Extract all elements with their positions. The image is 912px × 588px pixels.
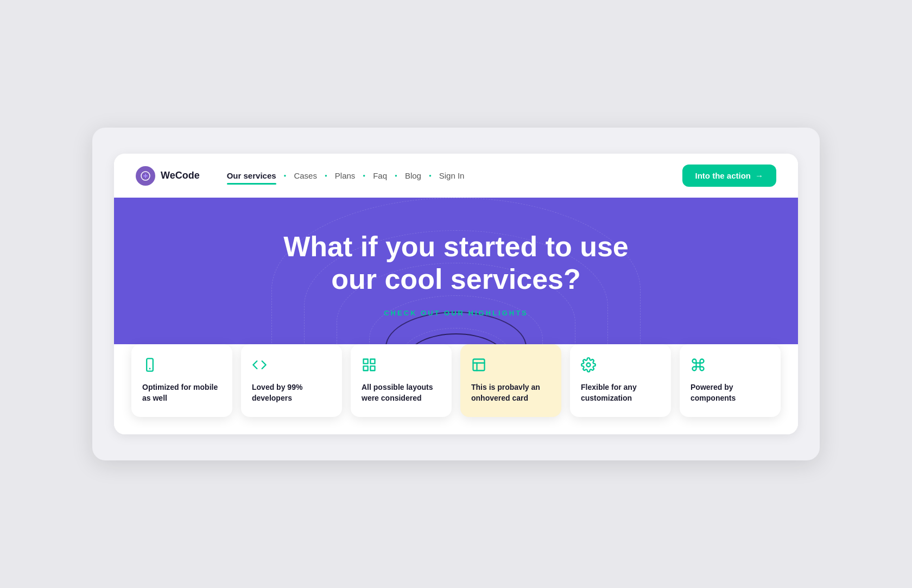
cta-button[interactable]: Into the action → <box>682 165 777 187</box>
nav-link-blog[interactable]: Blog <box>400 167 427 185</box>
nav-links: Our services ● Cases ● Plans ● Faq ● Blo… <box>221 167 682 185</box>
svg-rect-8 <box>473 359 485 371</box>
svg-rect-7 <box>370 366 375 371</box>
gear-icon <box>581 357 660 375</box>
nav-link-cases[interactable]: Cases <box>288 167 322 185</box>
feature-card-cmd[interactable]: Powered by components <box>680 344 781 416</box>
mobile-icon <box>142 357 221 375</box>
nav-dot-3: ● <box>363 173 365 178</box>
hero-subtitle: CHECK OUT OUR HIGHLIGHTS <box>384 309 528 317</box>
svg-rect-6 <box>364 366 368 371</box>
feature-card-code[interactable]: Loved by 99% developers <box>241 344 342 416</box>
cta-label: Into the action <box>695 171 751 180</box>
svg-point-11 <box>587 363 591 367</box>
feature-text-gear: Flexible for any customization <box>581 382 660 403</box>
nav-dot-4: ● <box>395 173 397 178</box>
svg-rect-4 <box>364 359 368 364</box>
nav-link-plans[interactable]: Plans <box>330 167 361 185</box>
logo-icon <box>136 166 155 186</box>
nav-link-our-services[interactable]: Our services <box>221 167 282 185</box>
main-card: WeCode Our services ● Cases ● Plans ● Fa… <box>114 154 798 434</box>
navbar: WeCode Our services ● Cases ● Plans ● Fa… <box>114 154 798 198</box>
grid-icon <box>362 357 441 375</box>
feature-text-mobile: Optimized for mobile as well <box>142 382 221 403</box>
feature-card-grid[interactable]: All possible layouts were considered <box>351 344 452 416</box>
logo-area[interactable]: WeCode <box>136 166 200 186</box>
svg-point-1 <box>144 175 147 177</box>
outer-frame: WeCode Our services ● Cases ● Plans ● Fa… <box>92 128 820 460</box>
feature-text-highlighted: This is probavly an onhovered card <box>471 382 550 403</box>
svg-rect-5 <box>370 359 375 364</box>
feature-text-code: Loved by 99% developers <box>252 382 331 403</box>
nav-dot-1: ● <box>284 173 287 178</box>
feature-card-gear[interactable]: Flexible for any customization <box>570 344 671 416</box>
logo-text: WeCode <box>161 170 200 181</box>
hero-title: What if you started to use our cool serv… <box>266 231 646 296</box>
features-row: Optimized for mobile as well Loved by 99… <box>114 344 798 434</box>
feature-text-grid: All possible layouts were considered <box>362 382 441 403</box>
nav-link-signin[interactable]: Sign In <box>434 167 470 185</box>
cta-arrow: → <box>755 171 763 180</box>
cmd-icon <box>691 357 770 375</box>
nav-dot-5: ● <box>429 173 432 178</box>
feature-card-highlighted[interactable]: This is probavly an onhovered card <box>460 344 561 416</box>
code-icon <box>252 357 331 375</box>
feature-text-cmd: Powered by components <box>691 382 770 403</box>
feature-card-mobile[interactable]: Optimized for mobile as well <box>131 344 232 416</box>
nav-dot-2: ● <box>325 173 327 178</box>
nav-link-faq[interactable]: Faq <box>368 167 392 185</box>
layout-icon <box>471 357 550 375</box>
